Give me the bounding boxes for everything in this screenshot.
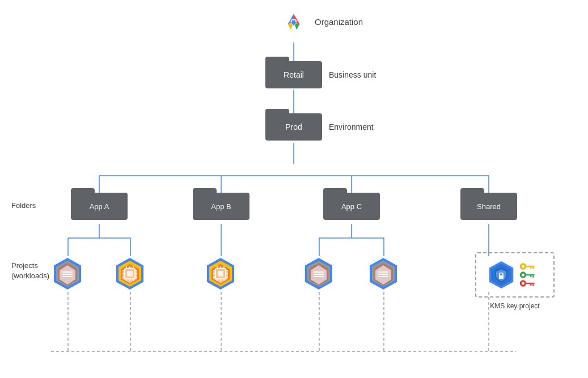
svg-rect-98 (532, 275, 534, 278)
svg-rect-97 (525, 274, 534, 276)
app-a-project-1 (50, 256, 85, 291)
app-b-project-1 (203, 256, 238, 291)
svg-rect-102 (525, 283, 534, 284)
kms-key-project-box (475, 252, 555, 298)
kms-project-icon (486, 260, 517, 290)
folders-label: Folders (11, 201, 36, 210)
svg-rect-60 (218, 271, 223, 277)
svg-rect-35 (62, 274, 73, 275)
retail-folder: Retail (265, 61, 322, 88)
svg-rect-85 (378, 274, 388, 275)
svg-rect-94 (530, 267, 531, 269)
gcp-logo (278, 7, 310, 39)
shared-folder: Shared (460, 193, 517, 220)
kms-label: KMS key project (475, 301, 555, 311)
svg-rect-103 (532, 284, 534, 286)
svg-rect-93 (532, 267, 534, 269)
projects-label: Projects(workloads) (11, 261, 49, 281)
app-c-project-2 (366, 256, 401, 291)
svg-rect-89 (499, 275, 504, 279)
svg-point-96 (521, 273, 524, 276)
diagram: Organization Retail Business unit Prod E… (0, 0, 588, 378)
svg-rect-36 (62, 276, 73, 277)
app-a-folder: App A (71, 193, 128, 220)
app-c-project-1 (301, 256, 336, 291)
svg-rect-78 (314, 274, 324, 275)
svg-point-91 (521, 265, 524, 267)
business-unit-label: Business unit (329, 70, 376, 79)
svg-rect-86 (378, 276, 388, 277)
svg-rect-99 (530, 275, 531, 277)
svg-point-101 (521, 282, 524, 284)
app-c-folder: App C (323, 193, 380, 220)
environment-label: Environment (329, 122, 374, 131)
svg-rect-42 (127, 271, 133, 277)
svg-rect-92 (525, 266, 534, 267)
svg-rect-104 (530, 284, 531, 286)
svg-rect-34 (62, 271, 73, 273)
prod-folder: Prod (265, 113, 322, 141)
kms-keys-icon (519, 258, 542, 292)
organization-label: Organization (315, 17, 363, 27)
app-a-project-2 (112, 256, 147, 291)
svg-rect-77 (314, 271, 324, 273)
svg-rect-84 (378, 271, 388, 273)
app-b-folder: App B (193, 193, 249, 220)
svg-rect-79 (314, 276, 324, 277)
